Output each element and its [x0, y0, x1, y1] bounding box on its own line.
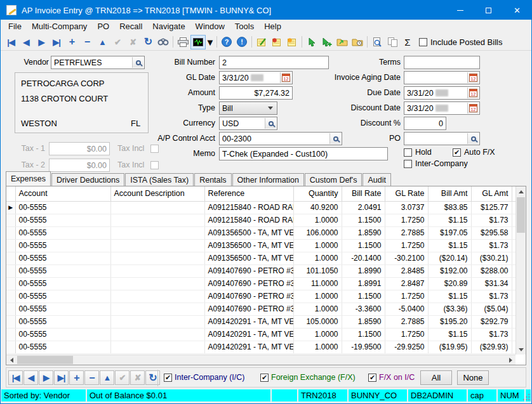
grid-cell-reference[interactable]: A091420291 - TA, MT VERNON — [204, 341, 293, 353]
scroll-right-button[interactable] — [505, 355, 515, 365]
vertical-scroll-thumb[interactable] — [517, 197, 525, 233]
grid-cell-description[interactable] — [110, 201, 204, 214]
resize-grip[interactable] — [526, 389, 531, 401]
print-button[interactable] — [175, 35, 190, 49]
grid-cell-reference[interactable]: A091407690 - PETRO #354, J — [204, 264, 293, 277]
grid-cell-gl-rate[interactable]: 1.7250 — [385, 239, 428, 252]
footer-nav-first-button[interactable]: |◀ — [8, 370, 23, 385]
grid-cell-gl-rate[interactable]: -5.0400 — [385, 303, 428, 315]
grid-cell-account[interactable]: 00-5555 — [15, 201, 110, 214]
menu-item-navigate[interactable]: Navigate — [147, 20, 190, 34]
grid-cell-bill-rate[interactable]: 1.1500 — [342, 328, 385, 341]
open-folder-button[interactable] — [335, 35, 350, 49]
grid-cell-bill-amt[interactable]: $192.00 — [428, 264, 471, 277]
grid-cell-gl-amt[interactable]: $1.73 — [471, 214, 512, 226]
grid-cell-reference[interactable]: A091215840 - ROAD RANGER — [204, 214, 293, 226]
grid-cell-bill-rate[interactable]: 1.8990 — [342, 264, 385, 277]
menu-item-window[interactable]: Window — [190, 20, 230, 34]
footer-cancel-button[interactable]: ✘ — [130, 370, 145, 385]
gl-date-input[interactable]: 3/31/20 — [219, 71, 293, 84]
grid-cell-bill-amt[interactable]: $1.15 — [428, 290, 471, 303]
grid-cell-bill-rate[interactable]: -3.3600 — [342, 303, 385, 315]
scroll-up-button[interactable] — [516, 186, 526, 197]
grid-cell-description[interactable] — [110, 290, 204, 303]
grid-cell-account[interactable]: 00-5555 — [15, 303, 110, 315]
nav-next-button[interactable]: ▶ — [34, 35, 49, 49]
grid-cell-bill-rate[interactable]: 1.8590 — [342, 315, 385, 328]
grid-cell-bill-amt[interactable]: $197.05 — [428, 226, 471, 239]
grid-cell-reference[interactable]: A091420291 - TA, MT VERNON — [204, 328, 293, 341]
column-header-reference[interactable]: Reference — [204, 186, 293, 201]
tax2-input[interactable]: $0.00 — [49, 159, 110, 172]
footer-delete-button[interactable]: − — [84, 370, 99, 385]
grid-cell-bill-amt[interactable]: $83.85 — [428, 201, 471, 214]
grid-cell-account[interactable]: 00-5555 — [15, 315, 110, 328]
grid-cell-gl-amt[interactable]: $31.34 — [471, 277, 512, 290]
refresh-button[interactable]: ↻ — [140, 35, 156, 49]
all-button[interactable]: All — [420, 370, 452, 385]
grid-cell-reference[interactable]: A091420291 - TA, MT VERNON — [204, 315, 293, 328]
column-header-gl-amt[interactable]: GL Amt — [471, 186, 512, 201]
copy-button[interactable] — [385, 35, 400, 49]
tab-expenses[interactable]: Expenses — [6, 171, 51, 186]
footer-nav-next-button[interactable]: ▶ — [39, 370, 53, 385]
tab-ista-sales-tax[interactable]: ISTA (Sales Tax) — [125, 173, 194, 186]
column-header-bill-amt[interactable]: Bill Amt — [428, 186, 471, 201]
grid-cell-bill-amt[interactable]: $1.15 — [428, 239, 471, 252]
table-row[interactable]: 00-5555A091407690 - PETRO #354, J101.105… — [6, 264, 517, 277]
nav-last-button[interactable]: ▶| — [49, 35, 64, 49]
inter-company-checkbox[interactable]: Inter-Company — [404, 159, 468, 168]
grid-cell-bill-rate[interactable]: -19.9500 — [342, 341, 385, 353]
tab-audit[interactable]: Audit — [362, 173, 391, 186]
tab-other-information[interactable]: Other Information — [232, 173, 304, 186]
aging-date-calendar-button[interactable] — [467, 72, 479, 83]
grid-cell-bill-rate[interactable]: 1.8590 — [342, 226, 385, 239]
footer-collapse-button[interactable]: ▲ — [100, 370, 114, 385]
po-input[interactable] — [404, 132, 480, 145]
go-button[interactable] — [304, 35, 319, 49]
grid-cell-gl-rate[interactable]: -29.9250 — [385, 341, 428, 353]
nav-prev-button[interactable]: ◀ — [18, 35, 34, 49]
grid-cell-quantity[interactable]: 106.0000 — [293, 226, 342, 239]
discount-date-calendar-button[interactable] — [467, 103, 479, 114]
due-date-calendar-button[interactable] — [467, 88, 479, 98]
table-row[interactable]: 00-5555A091420291 - TA, MT VERNON105.000… — [6, 315, 517, 328]
grid-cell-bill-rate[interactable]: 1.1500 — [342, 239, 385, 252]
table-row[interactable]: 00-5555A091420291 - TA, MT VERNON1.0000-… — [6, 341, 517, 353]
grid-cell-bill-rate[interactable]: 1.1500 — [342, 290, 385, 303]
gl-date-calendar-button[interactable] — [280, 72, 291, 83]
grid-cell-gl-amt[interactable]: ($30.21) — [471, 252, 512, 264]
footer-nav-prev-button[interactable]: ◀ — [23, 370, 38, 385]
grid-cell-gl-amt[interactable]: $1.73 — [471, 290, 512, 303]
grid-cell-description[interactable] — [110, 214, 204, 226]
grid-cell-bill-amt[interactable]: ($19.95) — [428, 341, 471, 353]
edit-note-button[interactable] — [254, 35, 269, 49]
po-lookup-button[interactable] — [467, 133, 479, 144]
terminal-dropdown-button[interactable]: ▼ — [206, 35, 215, 49]
scroll-left-button[interactable] — [6, 355, 17, 365]
grid-cell-description[interactable] — [110, 239, 204, 252]
grid-cell-reference[interactable]: A091356500 - TA, MT VERNON — [204, 226, 293, 239]
close-button[interactable]: ✕ — [503, 1, 531, 20]
column-header-account-description[interactable]: Account Description — [110, 186, 204, 201]
grid-cell-quantity[interactable]: 1.0000 — [293, 252, 342, 264]
menu-item-help[interactable]: Help — [259, 20, 286, 34]
grid-cell-quantity[interactable]: 11.0000 — [293, 277, 342, 290]
grid-cell-description[interactable] — [110, 226, 204, 239]
invoice-aging-date-input[interactable] — [404, 71, 480, 84]
table-row[interactable]: 00-5555A091420291 - TA, MT VERNON1.00001… — [6, 328, 517, 341]
delete-button[interactable]: − — [79, 35, 95, 49]
discount-date-input[interactable]: 3/31/20 — [404, 101, 480, 115]
grid-cell-quantity[interactable]: 1.0000 — [293, 303, 342, 315]
menu-item-po[interactable]: PO — [92, 20, 114, 34]
grid-cell-account[interactable]: 00-5555 — [15, 239, 110, 252]
grid-cell-bill-rate[interactable]: -20.1400 — [342, 252, 385, 264]
include-posted-bills-checkbox[interactable]: Include Posted Bills — [419, 37, 502, 47]
grid-cell-quantity[interactable]: 1.0000 — [293, 341, 342, 353]
grid-cell-gl-amt[interactable]: $288.00 — [471, 264, 512, 277]
grid-cell-gl-rate[interactable]: 1.7250 — [385, 290, 428, 303]
sum-button[interactable]: Σ — [400, 35, 415, 49]
column-header-quantity[interactable]: Quantity — [293, 186, 342, 201]
help-button[interactable]: ? — [219, 35, 234, 49]
horizontal-scroll-thumb[interactable] — [17, 356, 73, 364]
